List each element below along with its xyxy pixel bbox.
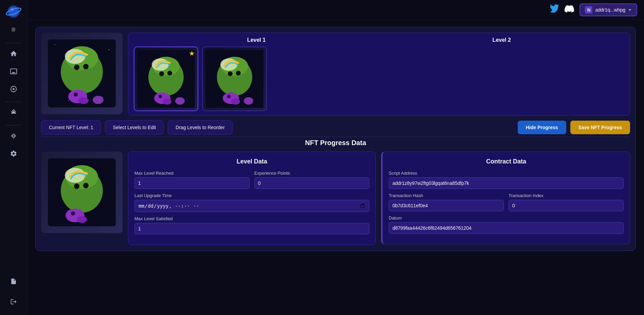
main-nft-image <box>41 33 123 114</box>
sidebar: ≡ <box>0 0 27 315</box>
exp-points-input[interactable] <box>254 177 369 189</box>
sidebar-divider-1 <box>5 43 22 43</box>
level2-header: Level 2 <box>379 37 625 43</box>
level-top-row: Level 1 Level 2 <box>41 33 630 116</box>
svg-point-46 <box>74 183 79 189</box>
level1-header: Level 1 <box>134 37 379 43</box>
last-upgrade-label: Last Upgrade Time <box>134 193 369 198</box>
svg-point-5 <box>13 88 15 90</box>
max-satisfied-field: Max Level Satisfied <box>134 216 369 234</box>
topbar: N addr1q...whpg ▼ <box>27 0 644 20</box>
svg-point-30 <box>163 99 171 105</box>
datum-input[interactable] <box>389 222 624 234</box>
action-buttons-row: Current NFT Level: 1 Select Levels to Ed… <box>41 120 630 135</box>
level-data-card: Level Data Max Level Reached Experience … <box>128 152 376 245</box>
progress-nft-image <box>41 152 123 233</box>
level-data-row1: Max Level Reached Experience Points <box>134 171 369 189</box>
max-satisfied-input[interactable] <box>134 223 369 234</box>
svg-point-11 <box>68 100 69 101</box>
progress-section-title: NFT Progress Data <box>41 137 630 147</box>
svg-point-37 <box>236 71 241 75</box>
levels-container: Level 1 Level 2 <box>128 33 630 116</box>
max-level-input[interactable] <box>134 177 250 189</box>
svg-point-6 <box>13 134 15 138</box>
hamburger-menu-icon[interactable]: ≡ <box>11 25 16 34</box>
svg-point-39 <box>227 95 231 98</box>
svg-point-36 <box>228 71 233 76</box>
discord-icon[interactable] <box>565 4 574 16</box>
contract-data-card: Contract Data Script Address Transaction… <box>381 152 630 244</box>
level1-thumbnail[interactable]: ★ <box>134 47 198 111</box>
sidebar-item-home[interactable] <box>6 46 21 62</box>
save-progress-button[interactable]: Save NFT Progress <box>570 121 630 134</box>
tx-hash-field: Transaction Hash <box>389 193 504 211</box>
wallet-chevron-icon: ▼ <box>628 8 632 12</box>
sidebar-item-docs[interactable] <box>6 274 21 289</box>
level-images-row: ★ <box>134 47 624 111</box>
svg-point-19 <box>74 92 78 97</box>
max-level-label: Max Level Reached <box>134 171 250 176</box>
svg-point-49 <box>71 211 75 215</box>
progress-cards-row: Level Data Max Level Reached Experience … <box>41 152 630 245</box>
sidebar-item-gallery[interactable] <box>6 64 21 79</box>
content-area: Level 1 Level 2 <box>27 20 644 315</box>
wallet-logo: N <box>585 6 592 14</box>
sidebar-logo[interactable] <box>5 3 22 21</box>
tx-index-field: Transaction Index <box>509 193 624 211</box>
contract-row2: Transaction Hash Transaction Index <box>389 193 624 211</box>
svg-point-27 <box>167 71 172 75</box>
current-nft-level-button[interactable]: Current NFT Level: 1 <box>41 120 101 135</box>
contract-row1: Script Address <box>389 171 624 189</box>
max-satisfied-label: Max Level Satisfied <box>134 216 369 221</box>
max-level-field: Max Level Reached <box>134 171 250 189</box>
tx-hash-label: Transaction Hash <box>389 193 504 198</box>
last-upgrade-input[interactable] <box>134 200 369 212</box>
svg-point-20 <box>78 97 89 104</box>
exp-points-field: Experience Points <box>254 171 369 189</box>
exp-points-label: Experience Points <box>254 171 369 176</box>
svg-point-25 <box>152 58 169 71</box>
main-content: N addr1q...whpg ▼ <box>27 0 644 315</box>
svg-point-10 <box>109 49 110 50</box>
level1-star-badge: ★ <box>189 49 195 57</box>
last-upgrade-field: Last Upgrade Time <box>134 193 369 212</box>
level2-thumbnail[interactable] <box>202 47 267 111</box>
svg-point-45 <box>65 168 85 183</box>
tx-index-input[interactable] <box>509 200 624 211</box>
svg-point-47 <box>83 183 89 188</box>
contract-row3: Datum <box>389 215 624 234</box>
svg-point-9 <box>54 44 55 45</box>
contract-data-title: Contract Data <box>389 158 624 165</box>
sidebar-item-levels[interactable] <box>6 105 21 120</box>
script-address-input[interactable] <box>389 177 624 189</box>
datum-field: Datum <box>389 215 624 234</box>
sidebar-item-bridge[interactable] <box>6 128 21 144</box>
wallet-button[interactable]: N addr1q...whpg ▼ <box>579 3 637 16</box>
tx-index-label: Transaction Index <box>509 193 624 198</box>
wallet-address: addr1q...whpg <box>595 7 625 13</box>
level-data-row3: Max Level Satisfied <box>134 216 369 234</box>
drag-levels-button[interactable]: Drag Levels to Reorder <box>168 120 233 135</box>
svg-point-50 <box>77 216 87 223</box>
sidebar-divider-3 <box>5 125 22 125</box>
levels-header: Level 1 Level 2 <box>134 37 624 43</box>
sidebar-item-exit[interactable] <box>6 294 21 310</box>
sidebar-item-settings[interactable] <box>6 146 21 161</box>
script-address-label: Script Address <box>389 171 624 176</box>
level-section: Level 1 Level 2 <box>35 27 636 251</box>
sidebar-item-target[interactable] <box>6 81 21 97</box>
tx-hash-input[interactable] <box>389 200 504 211</box>
twitter-icon[interactable] <box>550 4 559 16</box>
svg-point-7 <box>11 135 16 137</box>
level-data-row2: Last Upgrade Time <box>134 193 369 212</box>
svg-point-26 <box>159 71 164 76</box>
svg-point-3 <box>11 8 14 11</box>
svg-point-15 <box>65 49 85 64</box>
script-address-field: Script Address <box>389 171 624 189</box>
svg-point-21 <box>93 96 104 104</box>
svg-point-16 <box>74 65 79 70</box>
hide-progress-button[interactable]: Hide Progress <box>518 121 566 134</box>
sidebar-divider-2 <box>5 102 22 102</box>
select-levels-button[interactable]: Select Levels to Edit <box>105 120 164 135</box>
level-data-title: Level Data <box>134 158 369 165</box>
